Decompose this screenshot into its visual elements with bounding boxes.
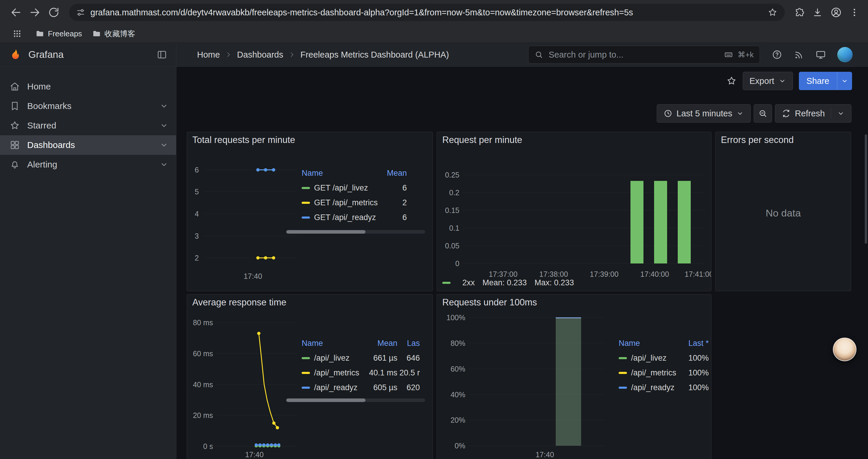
- panel-request-per-minute: Request per minute 0.250.20.150.10.05017…: [437, 132, 711, 291]
- share-menu-button[interactable]: [837, 72, 852, 90]
- sidebar-item-label: Starred: [27, 121, 56, 131]
- bookmark-star-icon[interactable]: [768, 7, 778, 18]
- legend-mean: Mean: 0.233: [483, 278, 527, 287]
- downloads-icon[interactable]: [812, 7, 823, 18]
- svg-text:80%: 80%: [451, 339, 465, 347]
- legend-column-header[interactable]: Name: [619, 339, 682, 348]
- display-icon[interactable]: [815, 49, 826, 60]
- site-info-icon[interactable]: [76, 8, 85, 17]
- svg-text:17:40: 17:40: [245, 451, 264, 459]
- legend-row[interactable]: /api/_livez661 µs646: [302, 351, 420, 365]
- sidebar-item-dashboards[interactable]: Dashboards: [0, 135, 176, 155]
- bookmark-folder-2[interactable]: 收藏博客: [92, 29, 135, 39]
- legend-column-header[interactable]: Name: [302, 339, 364, 348]
- panel-title[interactable]: Requests under 100ms: [437, 294, 711, 310]
- chart-legend[interactable]: 2xx Mean: 0.233 Max: 0.233: [442, 278, 574, 287]
- legend-column-header[interactable]: Las: [397, 339, 420, 348]
- folder-icon: [92, 29, 101, 38]
- sidebar-item-label: Alerting: [27, 160, 57, 169]
- breadcrumb: HomeDashboardsFreeleaps Metrics Dashboar…: [197, 50, 528, 60]
- legend-row[interactable]: /api/_livez100%: [619, 351, 709, 365]
- svg-text:17:37:00: 17:37:00: [489, 270, 517, 278]
- dashboard-toolbar: Export Share: [176, 67, 868, 95]
- legend-column-header[interactable]: Mean: [364, 339, 397, 348]
- svg-text:17:38:00: 17:38:00: [539, 270, 568, 278]
- sidebar-item-alerting[interactable]: Alerting: [0, 155, 176, 174]
- panel-title[interactable]: Average response time: [187, 294, 433, 310]
- chevron-down-icon[interactable]: [159, 102, 168, 110]
- legend-scrollbar[interactable]: [286, 398, 425, 402]
- legend-row[interactable]: GET /api/_metrics2: [302, 195, 407, 210]
- time-range-button[interactable]: Last 5 minutes: [657, 104, 751, 123]
- forward-icon[interactable]: [29, 6, 41, 18]
- grafana-logo[interactable]: [9, 48, 22, 61]
- legend-value: 100%: [682, 383, 709, 392]
- sidebar-item-bookmarks[interactable]: Bookmarks: [0, 96, 176, 116]
- keyboard-icon: [724, 50, 733, 59]
- dashboard-canvas: Last 5 minutes Refresh To: [176, 95, 868, 459]
- legend-row[interactable]: /api/_metrics100%: [619, 365, 709, 380]
- bookmark-folder-freeleaps[interactable]: Freeleaps: [35, 29, 82, 38]
- legend-row[interactable]: GET /api/_readyz6: [302, 210, 407, 225]
- breadcrumb-item[interactable]: Dashboards: [237, 50, 283, 60]
- legend-series-name[interactable]: /api/_livez: [302, 354, 364, 363]
- legend-series-name[interactable]: /api/_readyz: [619, 383, 682, 392]
- export-button[interactable]: Export: [743, 72, 793, 90]
- apps-grid-icon[interactable]: [12, 29, 22, 38]
- chevron-down-icon[interactable]: [837, 109, 845, 117]
- reload-icon[interactable]: [48, 6, 60, 18]
- bell-icon: [9, 159, 20, 170]
- panel-title[interactable]: Errors per second: [716, 132, 851, 148]
- chevron-down-icon[interactable]: [159, 160, 168, 169]
- bookmark-label: Freeleaps: [48, 29, 82, 38]
- floating-avatar[interactable]: [833, 338, 857, 361]
- favorite-star-icon[interactable]: [726, 76, 737, 86]
- profile-icon[interactable]: [830, 6, 842, 18]
- share-button[interactable]: Share: [799, 72, 852, 90]
- sidebar-item-starred[interactable]: Starred: [0, 116, 176, 135]
- share-button-label[interactable]: Share: [799, 72, 837, 90]
- legend-row[interactable]: /api/_metrics40.1 ms20.5 r: [302, 365, 420, 380]
- page-scrollbar[interactable]: [865, 134, 867, 244]
- bookmarks-bar: Freeleaps 收藏博客: [0, 25, 868, 43]
- legend-value: 661 µs: [364, 354, 397, 363]
- extensions-icon[interactable]: [794, 7, 805, 18]
- legend-column-header[interactable]: Name: [302, 169, 378, 178]
- back-icon[interactable]: [10, 6, 22, 18]
- news-icon[interactable]: [794, 49, 804, 60]
- chevron-down-icon[interactable]: [159, 121, 168, 130]
- legend-series-name[interactable]: /api/_livez: [619, 354, 682, 363]
- legend-row[interactable]: /api/_readyz605 µs620: [302, 380, 420, 395]
- url-text[interactable]: grafana.mathmast.com/d/deytv4rwavabkb/fr…: [90, 8, 762, 18]
- breadcrumb-separator-icon: [224, 51, 232, 59]
- legend-row[interactable]: GET /api/_livez6: [302, 181, 407, 195]
- search-input[interactable]: [548, 50, 719, 60]
- legend-column-header[interactable]: Last *: [682, 339, 709, 348]
- sidebar-item-home[interactable]: Home: [0, 77, 176, 96]
- breadcrumb-item[interactable]: Home: [197, 50, 220, 60]
- legend-series-name[interactable]: /api/_metrics: [302, 368, 364, 378]
- search-box[interactable]: ⌘+k: [528, 46, 760, 64]
- legend-scrollbar[interactable]: [286, 230, 425, 234]
- legend-series-name[interactable]: GET /api/_metrics: [302, 198, 378, 207]
- legend-series-name[interactable]: /api/_readyz: [302, 383, 364, 392]
- dock-menu-icon[interactable]: [157, 49, 167, 60]
- zoom-out-button[interactable]: [754, 104, 772, 123]
- panel-title[interactable]: Request per minute: [437, 132, 711, 148]
- legend-series-name[interactable]: /api/_metrics: [619, 368, 682, 378]
- chevron-down-icon[interactable]: [159, 140, 168, 150]
- legend-value: 646: [397, 354, 420, 363]
- panel-errors-per-second: Errors per second No data: [715, 132, 851, 291]
- address-bar[interactable]: grafana.mathmast.com/d/deytv4rwavabkb/fr…: [69, 4, 785, 21]
- user-avatar[interactable]: [837, 47, 852, 62]
- refresh-button[interactable]: Refresh: [775, 104, 851, 123]
- legend-series-name[interactable]: GET /api/_livez: [302, 184, 378, 193]
- legend-row[interactable]: /api/_readyz100%: [619, 380, 709, 395]
- panel-title[interactable]: Total requests per minute: [187, 132, 433, 148]
- legend-column-header[interactable]: Mean: [378, 169, 407, 178]
- help-icon[interactable]: [772, 49, 782, 60]
- legend-series-name[interactable]: GET /api/_readyz: [302, 213, 378, 222]
- legend-series-label[interactable]: 2xx: [462, 278, 475, 287]
- browser-menu-icon[interactable]: [849, 7, 860, 18]
- legend-swatch: [619, 357, 627, 359]
